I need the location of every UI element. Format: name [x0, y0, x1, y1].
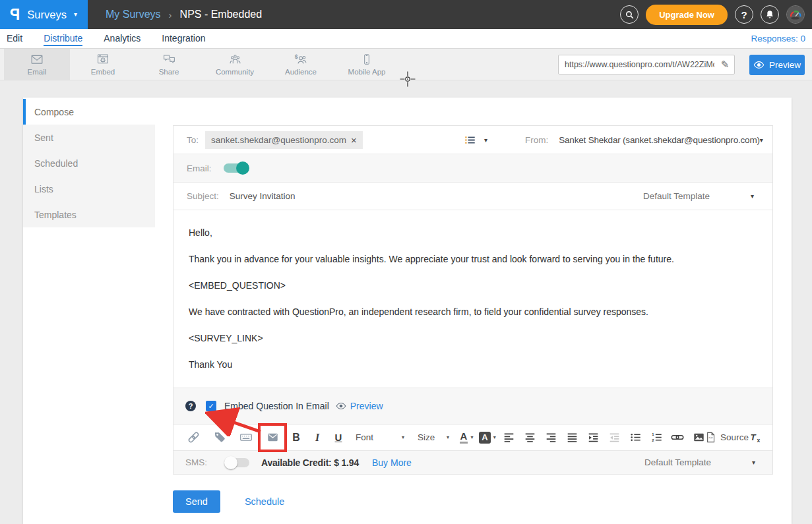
questionpro-logo[interactable]: P Surveys ▾ [0, 0, 88, 29]
caret-down-icon: ▾ [752, 459, 755, 466]
buy-more-link[interactable]: Buy More [372, 457, 412, 468]
toggle-knob [236, 161, 249, 175]
embed-question-checkbox[interactable]: ✓ [206, 401, 216, 411]
breadcrumb-my-surveys[interactable]: My Surveys [106, 9, 161, 20]
justify-button[interactable] [563, 429, 580, 446]
remove-format-button[interactable]: Tx [747, 429, 764, 446]
caret-down-icon: ▾ [760, 136, 763, 144]
breadcrumb: My Surveys › NPS - Embedded [106, 9, 262, 20]
caret-down-icon: ▾ [484, 136, 487, 144]
edit-url-pencil-icon[interactable]: ✎ [716, 59, 734, 71]
product-switcher-label: Surveys [27, 9, 67, 21]
text-color-button-label: A [460, 431, 468, 444]
nav-tab-integration[interactable]: Integration [162, 31, 205, 46]
size-select[interactable]: Size▾ [413, 429, 454, 446]
chain-icon [187, 431, 200, 444]
embed-channel-icon [96, 53, 110, 67]
sidebar-item-compose[interactable]: Compose [23, 99, 155, 125]
svg-text:T: T [750, 432, 757, 442]
channel-tab-mobile-app[interactable]: Mobile App [334, 49, 400, 80]
channel-tab-community[interactable]: Community [202, 49, 268, 80]
insert-link-button[interactable] [185, 429, 202, 446]
from-select[interactable]: From: Sanket Shekdar (sanket.shekdar@que… [525, 135, 762, 145]
svg-text:$: $ [295, 53, 298, 60]
align-center-button[interactable] [521, 429, 538, 446]
align-right-icon [545, 432, 557, 443]
bell-icon [765, 9, 775, 20]
compose-form: To: sanket.shekdar@questionpro.com × ▾ F… [173, 125, 773, 475]
numbered-list-button[interactable]: 12 [648, 429, 665, 446]
breadcrumb-current-survey: NPS - Embedded [180, 9, 263, 20]
embed-question-button[interactable] [264, 429, 281, 446]
text-color-button[interactable]: A▾ [458, 429, 475, 446]
embed-help-icon[interactable]: ? [185, 401, 196, 411]
embed-question-row: ? ✓ Embed Question In Email Preview [173, 388, 772, 424]
channel-tab-label: Community [216, 68, 254, 76]
align-left-button[interactable] [500, 429, 517, 446]
help-button[interactable]: ? [735, 5, 753, 24]
caret-down-icon: ▾ [470, 434, 473, 440]
email-toggle-label: Email: [187, 163, 212, 173]
send-button[interactable]: Send [173, 490, 220, 513]
keyboard-icon [239, 431, 253, 444]
notifications-button[interactable] [761, 5, 779, 24]
align-right-button[interactable] [542, 429, 559, 446]
search-button[interactable] [620, 5, 639, 24]
email-distribute-card: ComposeSentScheduledListsTemplates To: s… [23, 98, 792, 524]
caret-down-icon: ▾ [402, 434, 404, 440]
preview-button[interactable]: Preview [749, 55, 805, 75]
eye-icon [336, 402, 346, 410]
channel-tab-embed[interactable]: Embed [70, 49, 136, 80]
survey-url-input[interactable] [559, 60, 716, 69]
decrease-indent-button[interactable] [606, 429, 623, 446]
email-body[interactable]: Hello,Thank you in advance for your valu… [173, 210, 772, 388]
schedule-link[interactable]: Schedule [245, 496, 284, 507]
bullets-icon [629, 432, 642, 443]
bullet-list-button[interactable] [627, 429, 644, 446]
email-body-paragraph: Thank You [189, 359, 757, 370]
background-color-button[interactable]: A▾ [479, 429, 496, 446]
bold-button[interactable]: B [288, 429, 305, 446]
toggle-knob [224, 456, 237, 469]
sms-template-select[interactable]: Default Template ▾ [644, 457, 755, 467]
align-left-icon [503, 432, 515, 443]
caret-down-icon: ▾ [447, 434, 449, 440]
sidebar-item-templates[interactable]: Templates [23, 202, 155, 227]
bold-button-label: B [292, 432, 300, 444]
insert-image-button[interactable] [690, 429, 707, 446]
email-toggle-row: Email: [173, 154, 772, 182]
email-template-select[interactable]: Default Template ▾ [643, 191, 754, 201]
nav-tab-edit[interactable]: Edit [7, 31, 22, 46]
font-select[interactable]: Font▾ [351, 429, 409, 446]
from-value: Sanket Shekdar (sanket.shekdar@questionp… [559, 135, 759, 145]
sidebar-item-sent[interactable]: Sent [23, 125, 155, 150]
subject-input[interactable]: Survey Invitation [230, 191, 296, 201]
insert-tag-button[interactable] [211, 429, 228, 446]
keyboard-shortcuts-button[interactable] [237, 429, 255, 446]
caret-down-icon: ▾ [493, 434, 496, 440]
italic-button[interactable]: I [309, 429, 326, 446]
user-avatar[interactable] [786, 5, 805, 24]
sidebar-item-lists[interactable]: Lists [23, 176, 155, 202]
email-toggle[interactable] [224, 163, 247, 173]
channel-tab-share[interactable]: Share [136, 49, 202, 80]
hyperlink-button[interactable] [669, 429, 686, 446]
channel-tab-email[interactable]: Email [4, 49, 70, 80]
available-credit: Available Credit: $ 1.94 [261, 457, 359, 468]
channel-tab-label: Email [28, 68, 47, 76]
sidebar-item-scheduled[interactable]: Scheduled [23, 150, 155, 176]
sms-toggle[interactable] [226, 458, 249, 467]
nav-tab-analytics[interactable]: Analytics [104, 31, 141, 46]
channel-tab-audience[interactable]: $Audience [268, 49, 334, 80]
indent-icon [587, 432, 600, 443]
source-button[interactable]: <>Source [711, 429, 743, 446]
upgrade-now-button[interactable]: Upgrade Now [646, 5, 728, 25]
embed-preview-link[interactable]: Preview [350, 401, 383, 411]
remove-recipient-icon[interactable]: × [351, 135, 357, 145]
underline-button[interactable]: U [330, 429, 347, 446]
embed-question-label: Embed Question In Email [224, 401, 329, 411]
nav-tab-distribute[interactable]: Distribute [44, 31, 82, 46]
survey-url-field: ✎ [558, 55, 735, 74]
select-list-button[interactable]: ▾ [464, 134, 487, 146]
increase-indent-button[interactable] [584, 429, 602, 446]
